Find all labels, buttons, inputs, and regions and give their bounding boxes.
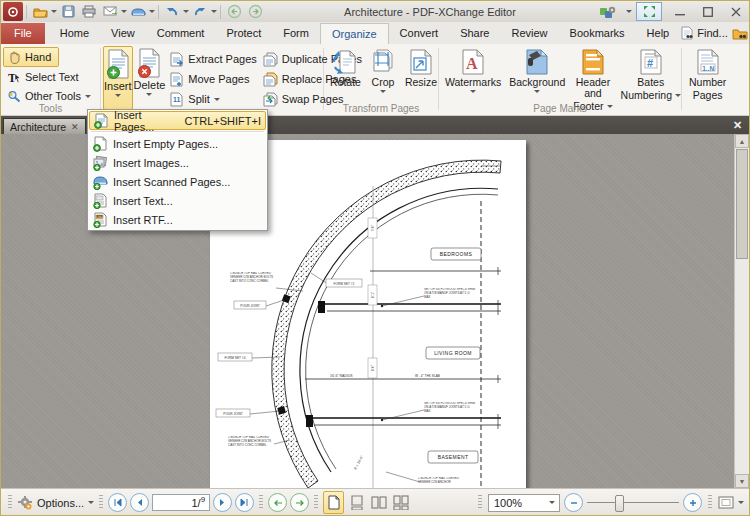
facing-pages-layout-button[interactable] xyxy=(369,492,388,513)
options-button[interactable]: Options... xyxy=(17,495,94,511)
facing-continuous-layout-button[interactable] xyxy=(391,492,410,513)
tab-view[interactable]: View xyxy=(100,23,146,44)
view-forward-button[interactable] xyxy=(290,493,309,512)
tab-home[interactable]: Home xyxy=(49,23,100,44)
ribbon-group-pages: Insert Delete Extract Pages Move Pages 1 xyxy=(103,46,321,114)
menu-item-insert-scanned-pages[interactable]: Insert Scanned Pages... xyxy=(89,172,266,191)
splitter-handle[interactable] xyxy=(314,495,318,510)
move-pages-button[interactable]: Move Pages xyxy=(166,69,259,89)
splitter-handle[interactable] xyxy=(8,495,12,510)
note-pour-joint-lower: POUR JOINT xyxy=(223,412,242,416)
open-button[interactable] xyxy=(30,3,50,21)
divider xyxy=(220,5,221,19)
print-button[interactable] xyxy=(79,3,99,21)
app-window: Architecture - PDF-XChange Editor File H… xyxy=(0,0,750,516)
previous-page-button[interactable] xyxy=(130,493,149,512)
splitter-handle[interactable] xyxy=(478,495,482,510)
splitter-handle[interactable] xyxy=(99,495,103,510)
background-label: Background xyxy=(509,77,565,88)
room-label-basement: BASEMENT xyxy=(438,454,469,460)
menu-item-label: Insert Images... xyxy=(113,157,189,169)
open-dropdown-caret[interactable] xyxy=(51,10,57,13)
search-button[interactable]: Search... xyxy=(732,27,750,40)
scan-button[interactable] xyxy=(128,3,148,21)
page-marks-group-label: Page Marks xyxy=(441,103,679,114)
redo-dropdown-caret[interactable] xyxy=(211,10,217,13)
zoom-controls: 100% xyxy=(476,493,744,512)
zoom-level-select[interactable]: 100% xyxy=(488,494,560,512)
tab-share[interactable]: Share xyxy=(449,23,500,44)
tab-bookmarks[interactable]: Bookmarks xyxy=(559,23,636,44)
tab-file[interactable]: File xyxy=(1,23,45,44)
svg-text:RTF: RTF xyxy=(97,215,103,219)
number-pages-button[interactable]: 1..N Number Pages xyxy=(685,46,730,114)
undo-dropdown-caret[interactable] xyxy=(183,10,189,13)
move-pages-label: Move Pages xyxy=(188,73,249,85)
tab-protect[interactable]: Protect xyxy=(215,23,272,44)
splitter-handle[interactable] xyxy=(708,495,712,510)
select-text-icon: T xyxy=(7,71,21,84)
vertical-scrollbar[interactable]: ▲ ▼ xyxy=(734,134,749,488)
continuous-layout-button[interactable] xyxy=(347,492,366,513)
hand-tool-button[interactable]: Hand xyxy=(3,47,59,67)
email-dropdown-caret[interactable] xyxy=(121,10,127,13)
next-page-button[interactable] xyxy=(213,493,232,512)
find-button[interactable]: Find... xyxy=(680,26,728,40)
menu-item-insert-empty-pages[interactable]: Insert Empty Pages... xyxy=(89,134,266,153)
zoom-slider-thumb[interactable] xyxy=(615,495,624,512)
single-page-layout-button[interactable] xyxy=(323,491,344,514)
close-button[interactable] xyxy=(722,2,749,21)
fit-options-caret[interactable] xyxy=(738,501,744,504)
select-text-label: Select Text xyxy=(25,71,79,83)
document-tab-architecture[interactable]: Architecture ✕ xyxy=(3,118,86,135)
save-button[interactable] xyxy=(58,3,78,21)
select-text-button[interactable]: T Select Text xyxy=(3,68,98,86)
scrollbar-thumb[interactable] xyxy=(736,149,748,259)
scan-dropdown-caret[interactable] xyxy=(149,10,155,13)
status-bar: Options... 1/9 100% xyxy=(1,488,749,516)
menu-item-insert-rtf[interactable]: RTF Insert RTF... xyxy=(89,210,266,229)
insert-pages-icon xyxy=(105,49,131,79)
menu-item-insert-text[interactable]: Insert Text... xyxy=(89,191,266,210)
close-document-button[interactable]: ✕ xyxy=(730,118,745,132)
extract-pages-button[interactable]: Extract Pages xyxy=(166,49,259,69)
fullscreen-button[interactable] xyxy=(636,2,662,21)
history-back-button[interactable] xyxy=(224,3,244,21)
document-tab-close-icon[interactable]: ✕ xyxy=(71,122,79,132)
maximize-button[interactable] xyxy=(694,2,721,21)
tab-comment[interactable]: Comment xyxy=(146,23,216,44)
split-button[interactable]: 11 Split xyxy=(166,89,259,109)
scroll-down-button[interactable]: ▼ xyxy=(735,474,749,488)
note-bottom-left: 1 BUNCH TOP RAIL CURVED VENEER C/W ANCHO… xyxy=(228,436,276,447)
total-pages-value: 9 xyxy=(201,495,205,504)
menu-item-insert-images[interactable]: Insert Images... xyxy=(89,153,266,172)
last-page-button[interactable] xyxy=(235,493,254,512)
zoom-out-button[interactable] xyxy=(564,493,583,512)
first-page-button[interactable] xyxy=(108,493,127,512)
redo-button[interactable] xyxy=(190,3,210,21)
ui-options-caret[interactable] xyxy=(626,10,632,13)
view-back-button[interactable] xyxy=(268,493,287,512)
delete-button[interactable]: Delete xyxy=(134,46,166,110)
ui-options-button[interactable] xyxy=(595,3,625,21)
tab-review[interactable]: Review xyxy=(500,23,558,44)
email-button[interactable] xyxy=(100,3,120,21)
zoom-in-button[interactable] xyxy=(683,493,702,512)
tab-form[interactable]: Form xyxy=(272,23,320,44)
menu-item-insert-pages[interactable]: Insert Pages... CTRL+SHIFT+I xyxy=(89,111,266,130)
fit-page-button[interactable] xyxy=(718,496,734,509)
scroll-up-button[interactable]: ▲ xyxy=(735,134,749,148)
tab-help[interactable]: Help xyxy=(636,23,681,44)
undo-button[interactable] xyxy=(162,3,182,21)
menu-item-label: Insert Scanned Pages... xyxy=(113,176,230,188)
tab-organize[interactable]: Organize xyxy=(320,23,389,44)
zoom-slider[interactable] xyxy=(587,494,679,511)
tab-convert[interactable]: Convert xyxy=(389,23,450,44)
insert-text-menu-icon xyxy=(92,193,108,209)
insert-button[interactable]: Insert xyxy=(103,46,133,110)
minimize-button[interactable] xyxy=(666,2,693,21)
extract-pages-icon xyxy=(169,52,184,67)
page-number-field[interactable]: 1/9 xyxy=(152,494,210,511)
splitter-handle[interactable] xyxy=(259,495,263,510)
history-forward-button[interactable] xyxy=(245,3,265,21)
